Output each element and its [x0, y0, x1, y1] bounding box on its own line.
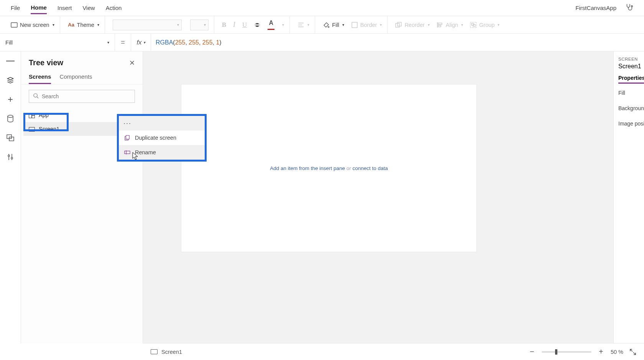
- theme-label: Theme: [77, 22, 94, 28]
- hamburger-icon[interactable]: [6, 57, 15, 65]
- border-button[interactable]: Border ▾: [351, 21, 382, 28]
- insert-icon[interactable]: +: [6, 95, 15, 104]
- svg-line-23: [37, 97, 38, 98]
- media-icon[interactable]: [6, 134, 15, 142]
- svg-rect-24: [29, 113, 32, 118]
- menu-file[interactable]: File: [11, 2, 20, 13]
- reorder-icon: [395, 21, 402, 28]
- canvas-hint-data-link[interactable]: connect to data: [353, 165, 388, 171]
- chevron-down-icon: ▾: [53, 23, 54, 27]
- cursor-icon: [131, 152, 139, 163]
- tree-item-app-label: App: [39, 112, 49, 118]
- fit-to-window-icon[interactable]: [629, 348, 636, 355]
- property-fill[interactable]: Fill: [618, 90, 639, 96]
- italic-button[interactable]: I: [233, 21, 235, 29]
- screen-icon: [151, 349, 158, 354]
- app-icon: [29, 113, 35, 117]
- chevron-down-icon: ▾: [307, 23, 309, 27]
- svg-point-0: [631, 5, 633, 7]
- property-background[interactable]: Background: [618, 105, 639, 111]
- svg-point-21: [11, 157, 13, 159]
- chevron-down-icon: ▾: [177, 23, 179, 27]
- align-button[interactable]: Align ▾: [437, 21, 463, 28]
- canvas-hint: Add an item from the insert pane or conn…: [270, 165, 388, 171]
- svg-rect-26: [32, 116, 35, 118]
- chevron-down-icon: ▾: [204, 23, 206, 27]
- zoom-in-button[interactable]: +: [598, 347, 605, 356]
- chevron-down-icon: ▾: [342, 23, 344, 27]
- svg-rect-27: [29, 127, 35, 132]
- formula-arg3: 255: [202, 39, 213, 46]
- font-family-select[interactable]: ▾: [113, 20, 182, 30]
- properties-panel: SCREEN Screen1 Properties Fill Backgroun…: [613, 51, 644, 343]
- properties-tab[interactable]: Properties: [618, 75, 644, 84]
- close-icon[interactable]: ✕: [129, 59, 135, 67]
- property-select[interactable]: Fill ▾: [0, 34, 115, 51]
- chevron-down-icon: ▾: [428, 23, 430, 27]
- svg-rect-11: [438, 25, 441, 27]
- search-input[interactable]: [42, 93, 131, 99]
- font-color-bar: [268, 29, 274, 30]
- underline-button[interactable]: U: [242, 21, 247, 29]
- menu-home[interactable]: Home: [31, 2, 47, 14]
- advanced-tools-icon[interactable]: [6, 153, 15, 161]
- diagnostics-icon[interactable]: [625, 3, 633, 13]
- zoom-slider[interactable]: [542, 351, 591, 353]
- left-rail: +: [0, 51, 21, 343]
- font-size-select[interactable]: ▾: [190, 20, 209, 30]
- context-menu-header: ···: [119, 116, 205, 130]
- properties-type-label: SCREEN: [618, 57, 639, 61]
- strikethrough-button[interactable]: [254, 22, 261, 28]
- tree-view-icon[interactable]: [6, 76, 15, 84]
- svg-rect-10: [438, 23, 442, 25]
- formula-input[interactable]: RGBA(255, 255, 255, 1): [151, 39, 644, 46]
- tree-view-panel: Tree view ✕ Screens Components App: [21, 51, 143, 343]
- property-image-position[interactable]: Image posit: [618, 121, 639, 127]
- menu-view[interactable]: View: [82, 2, 95, 13]
- text-align-button[interactable]: ▾: [297, 22, 309, 28]
- theme-icon: Aa: [68, 21, 75, 28]
- duplicate-icon: [124, 135, 130, 141]
- property-select-label: Fill: [5, 39, 13, 46]
- chevron-down-icon: ▾: [282, 23, 284, 27]
- reorder-button[interactable]: Reorder ▾: [395, 21, 429, 28]
- group-button[interactable]: Group ▾: [470, 21, 499, 28]
- zoom-value: 50 %: [611, 349, 623, 355]
- search-input-container[interactable]: [29, 90, 135, 103]
- paint-bucket-icon: [323, 21, 330, 28]
- canvas-screen[interactable]: Add an item from the insert pane or conn…: [181, 84, 476, 252]
- chevron-down-icon: ▾: [143, 40, 145, 45]
- menu-action[interactable]: Action: [106, 2, 122, 13]
- align-icon: [437, 21, 444, 28]
- bold-button[interactable]: B: [222, 21, 226, 29]
- data-icon[interactable]: [6, 114, 15, 123]
- context-item-duplicate[interactable]: Duplicate screen: [119, 130, 205, 145]
- rename-icon: [124, 149, 130, 155]
- border-icon: [351, 21, 358, 28]
- chevron-down-icon: ▾: [97, 23, 99, 27]
- new-screen-button[interactable]: New screen ▾: [11, 21, 54, 28]
- status-screen-label: Screen1: [161, 349, 182, 355]
- zoom-slider-thumb[interactable]: [555, 349, 557, 355]
- svg-point-22: [34, 93, 37, 97]
- theme-button[interactable]: Aa Theme ▾: [68, 21, 99, 28]
- svg-rect-25: [32, 113, 35, 116]
- font-color-button[interactable]: A: [268, 20, 274, 30]
- svg-rect-6: [352, 22, 357, 28]
- fx-button[interactable]: fx ▾: [131, 34, 151, 51]
- align-label: Align: [446, 22, 458, 28]
- highlight-box-context-menu: ··· Duplicate screen Rename: [117, 114, 207, 162]
- chevron-down-icon: ▾: [380, 23, 382, 27]
- tab-screens[interactable]: Screens: [29, 73, 51, 84]
- tree-view-title: Tree view: [29, 58, 63, 67]
- zoom-out-button[interactable]: −: [529, 347, 536, 356]
- fill-button[interactable]: Fill ▾: [323, 21, 344, 28]
- svg-rect-1: [11, 23, 17, 27]
- context-item-duplicate-label: Duplicate screen: [135, 135, 176, 141]
- formula-fn: RGBA: [156, 39, 173, 46]
- screen-icon: [11, 21, 18, 28]
- tab-components[interactable]: Components: [59, 73, 92, 84]
- svg-rect-29: [125, 151, 130, 154]
- menu-insert[interactable]: Insert: [58, 2, 72, 13]
- canvas-hint-insert-link[interactable]: Add an item from the insert pane: [270, 165, 345, 171]
